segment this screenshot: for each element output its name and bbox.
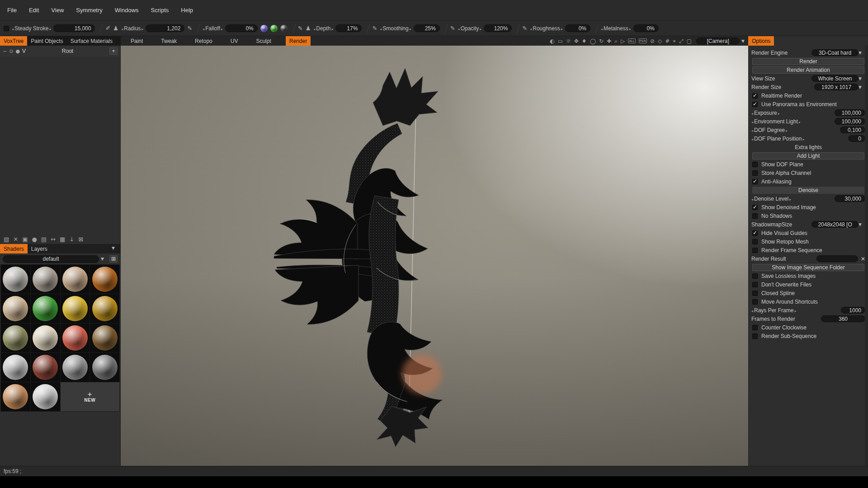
hide-visual-guides-checkbox[interactable] xyxy=(752,230,758,236)
collapse-icon[interactable]: − xyxy=(3,48,7,54)
metalness-value[interactable]: 0% xyxy=(633,24,659,32)
save-lossless-images-checkbox[interactable] xyxy=(752,273,758,279)
alpha-sphere-dark[interactable] xyxy=(280,25,288,32)
smoothing-value[interactable]: 25% xyxy=(414,24,440,32)
stylus-icon[interactable]: ✎ xyxy=(187,25,192,32)
shader-swatch-steel[interactable] xyxy=(61,353,90,382)
add-light-button[interactable]: Add Light xyxy=(752,152,864,160)
tab-uv[interactable]: UV xyxy=(226,36,243,46)
ghost-icon[interactable]: ♟ xyxy=(306,25,311,32)
shader-swatch-light-copper[interactable] xyxy=(1,382,30,411)
block-icon[interactable]: ⊘ xyxy=(650,38,655,44)
render-engine-value[interactable]: 3D-Coat hard xyxy=(811,49,859,56)
use-panorama-as-environment-checkbox[interactable] xyxy=(752,102,758,107)
rays-per-frame-value[interactable]: 1000 xyxy=(841,307,865,314)
chevron-down-icon[interactable]: ▼ xyxy=(859,51,862,55)
shield-icon[interactable]: ◇ xyxy=(658,38,662,44)
box-icon[interactable]: ▢ xyxy=(687,38,692,44)
shader-swatch-silver[interactable] xyxy=(1,265,30,294)
counter-clockwise-checkbox[interactable] xyxy=(752,325,758,330)
merge-icon[interactable]: ▤ xyxy=(41,236,47,243)
add-volume-button[interactable]: + xyxy=(109,47,118,55)
grid2-icon[interactable]: ▦ xyxy=(60,236,65,243)
ghost-icon[interactable]: ♟ xyxy=(113,25,118,32)
tab-retopo[interactable]: Retopo xyxy=(190,36,217,46)
render-sub-sequence-checkbox[interactable] xyxy=(752,333,758,339)
store-alpha-channel-checkbox[interactable] xyxy=(752,170,758,176)
render-frame-sequence-checkbox[interactable] xyxy=(752,248,758,253)
falloff-value[interactable]: 0% xyxy=(225,24,258,32)
shader-swatch-ivory[interactable] xyxy=(31,324,60,352)
shader-swatch-tan[interactable] xyxy=(61,265,90,294)
menu-help[interactable]: Help xyxy=(181,7,193,14)
no-shadows-checkbox[interactable] xyxy=(752,213,758,219)
tab-options[interactable]: Options xyxy=(748,36,774,46)
menu-scripts[interactable]: Scripts xyxy=(151,7,169,14)
delete-icon[interactable]: ✕ xyxy=(13,236,18,243)
exposure-value[interactable]: 100,000 xyxy=(835,109,865,116)
stylus-icon[interactable]: ✎ xyxy=(298,25,303,32)
stylus-icon[interactable]: ✎ xyxy=(450,25,455,32)
eye-icon[interactable]: ⊙ xyxy=(9,48,13,54)
tab-shaders[interactable]: Shaders xyxy=(0,244,28,253)
tab-layers[interactable]: Layers xyxy=(28,244,51,253)
frames-to-render-value[interactable]: 360 xyxy=(821,315,865,322)
closed-spline-checkbox[interactable] xyxy=(752,291,758,296)
menu-edit[interactable]: Edit xyxy=(29,7,39,14)
opacity-value[interactable]: 120% xyxy=(484,24,512,32)
menu-file[interactable]: File xyxy=(7,7,17,14)
contrast-icon[interactable]: ◐ xyxy=(550,38,554,44)
shader-swatch-warm-grey[interactable] xyxy=(31,265,60,294)
shader-swatch-olive[interactable] xyxy=(1,324,30,352)
denoise-level-value[interactable]: 30,000 xyxy=(835,195,865,202)
depth-value[interactable]: 17% xyxy=(335,24,362,32)
show-retopo-mesh-checkbox[interactable] xyxy=(752,239,758,244)
show-image-sequence-folder-button[interactable]: Show Image Sequence Folder xyxy=(752,264,864,271)
chevron-down-icon[interactable]: ▼ xyxy=(741,39,745,43)
swap-icon[interactable]: ↔ xyxy=(51,236,56,243)
tab-surface-materials[interactable]: Surface Materials xyxy=(67,36,116,46)
rotate-icon[interactable]: ↻ xyxy=(599,38,604,44)
panorama-icon[interactable]: ▭ xyxy=(558,38,563,44)
import-icon[interactable]: ↓ xyxy=(69,236,74,243)
tab-tweak[interactable]: Tweak xyxy=(156,36,181,46)
shader-swatch-maroon[interactable] xyxy=(31,353,60,382)
light-icon[interactable]: ☼ xyxy=(566,38,571,44)
play-icon[interactable]: ▷ xyxy=(621,38,625,44)
chevron-down-icon[interactable]: ▼ xyxy=(112,246,115,250)
all-mode-button[interactable]: ALL xyxy=(628,38,635,43)
move-around-shortcuts-checkbox[interactable] xyxy=(752,299,758,305)
render-result-value[interactable] xyxy=(816,255,858,262)
pose-icon[interactable]: ✥ xyxy=(574,38,579,44)
realtime-render-checkbox[interactable] xyxy=(752,93,758,99)
shader-swatch-dark-gold[interactable] xyxy=(90,294,119,323)
expand-icon[interactable]: ⤢ xyxy=(679,38,684,44)
alpha-sphere-blue[interactable] xyxy=(260,25,268,32)
panel-scrollbar[interactable] xyxy=(865,46,868,466)
grid-icon[interactable]: # xyxy=(665,38,670,44)
shader-swatch-green[interactable] xyxy=(31,294,60,323)
zoom-icon[interactable]: ⌕ xyxy=(614,38,618,44)
shader-swatch-red[interactable] xyxy=(61,324,90,352)
stylus-icon[interactable]: ✎ xyxy=(522,25,527,32)
roughness-value[interactable]: 0% xyxy=(565,24,590,32)
menu-symmetry[interactable]: Symmetry xyxy=(76,7,103,14)
new-shader-button[interactable]: +NEW xyxy=(61,382,120,411)
chevron-down-icon[interactable]: ▼ xyxy=(859,222,862,227)
3d-viewport[interactable] xyxy=(121,46,748,466)
new-layer-icon[interactable]: ▧ xyxy=(4,236,9,243)
chevron-down-icon[interactable]: ▼ xyxy=(859,85,862,89)
camera-select[interactable]: [Camera] xyxy=(696,38,740,44)
shader-swatch-bronze[interactable] xyxy=(90,324,119,352)
tab-sculpt[interactable]: Sculpt xyxy=(251,36,275,46)
shader-swatch-copper[interactable] xyxy=(90,265,119,294)
dof-degree-value[interactable]: 0,100 xyxy=(840,127,865,133)
menu-windows[interactable]: Windows xyxy=(115,7,139,14)
environment-light-value[interactable]: 100,000 xyxy=(835,118,865,125)
duplicate-icon[interactable]: ▣ xyxy=(22,236,28,243)
view-size-value[interactable]: Whole Screen xyxy=(811,75,859,82)
sphere-icon[interactable]: ● xyxy=(32,236,37,243)
steady-stroke-value[interactable]: 15,000 xyxy=(53,24,95,32)
render-button[interactable]: Render xyxy=(752,58,864,65)
tab-render[interactable]: Render xyxy=(286,36,311,46)
